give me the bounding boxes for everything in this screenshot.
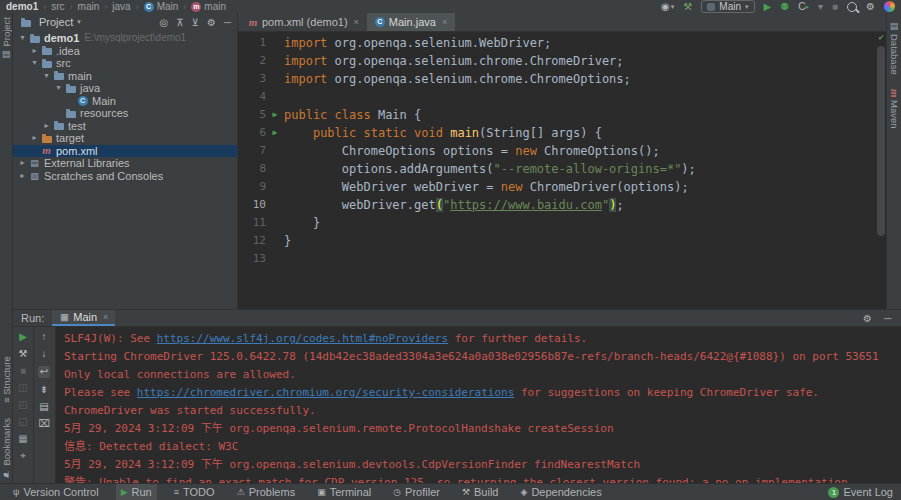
console-link[interactable]: https://www.slf4j.org/codes.html#noProvi… [157,332,448,345]
code-line[interactable]: 1import org.openqa.selenium.WebDriver; [238,34,886,52]
line-number: 1 [238,34,266,52]
console-line: ChromeDriver was started successfully. [64,402,901,420]
stop-button[interactable]: ■ [20,366,26,376]
tool-stripe-structure[interactable]: ≡ Structure [1,356,12,403]
console-line: 5月 29, 2024 3:12:09 下午 org.openqa.seleni… [64,420,901,438]
run-line-icon[interactable]: ▶ [266,124,284,142]
breadcrumb-item-src[interactable]: src [51,1,64,12]
editor-scrollbar[interactable] [877,46,885,236]
tool-stripe-maven[interactable]: m Maven [889,89,900,129]
hide-panel-icon[interactable]: ─ [884,313,891,324]
locate-file-icon[interactable]: ◎ [160,17,169,28]
statusbar-item-terminal[interactable]: ▣Terminal [312,484,376,500]
close-icon[interactable]: × [442,17,447,27]
statusbar-item-run[interactable]: ▶Run [116,484,157,500]
project-panel-title[interactable]: Project ▾ [19,16,81,28]
close-icon[interactable]: × [354,17,359,27]
edit-configuration-button[interactable]: ⚒ [19,349,28,359]
maven-icon: m [40,145,53,156]
memory-snapshot-button[interactable]: ◰ [18,400,27,410]
rerun-button[interactable]: ▶ [19,332,27,342]
pin-tab-button[interactable]: ⌖ [20,451,26,461]
soft-wrap-button[interactable]: ↩ [38,366,50,378]
print-button[interactable]: ▤ [39,402,48,412]
statusbar-item-problems[interactable]: ⚠Problems [232,484,301,500]
tree-item-scratches-and-consoles[interactable]: ▸▧Scratches and Consoles [13,170,237,183]
branch-icon: ψ [13,487,19,497]
settings-gear-button[interactable]: ⚙ [866,1,875,12]
editor-tab-main-java[interactable]: CMain.java× [367,13,455,31]
tree-item-demo1[interactable]: ▾demo1E:\mysqlproject\demo1 [13,32,237,45]
run-button[interactable]: ▶ [764,1,772,12]
ide-badge-button[interactable] [884,1,895,12]
down-stack-trace-button[interactable]: ↓ [42,349,47,359]
expand-all-icon[interactable]: ⊻ [192,17,199,28]
tree-item-pom-xml[interactable]: mpom.xml [13,145,237,158]
panel-settings-icon[interactable]: ⚙ [207,17,216,28]
code-line[interactable]: 4 [238,88,886,106]
restore-layout-button[interactable]: ▦ [18,434,27,444]
stop-button[interactable]: ■ [832,1,838,12]
run-panel-settings-icon[interactable]: ⚙ [863,313,872,324]
statusbar-item-dependencies[interactable]: ◈Dependencies [515,484,606,500]
thread-dump-button[interactable]: ◫ [18,383,27,393]
breadcrumb-item-main[interactable]: CMain [144,1,179,12]
collapse-all-icon[interactable]: ⊼ [176,17,183,28]
code-line[interactable]: 7 ChromeOptions options = new ChromeOpti… [238,142,886,160]
event-log-button[interactable]: 1 Event Log [828,486,893,498]
code-line[interactable]: 12} [238,232,886,250]
clear-all-button[interactable]: ⌧ [38,419,50,429]
code-line[interactable]: 9 WebDriver webDriver = new ChromeDriver… [238,178,886,196]
tree-item-target[interactable]: ▸target [13,132,237,145]
run-line-icon[interactable]: ▶ [266,106,284,124]
statusbar-item-profiler[interactable]: ◷Profiler [388,484,445,500]
console-link[interactable]: https://chromedriver.chromium.org/securi… [137,386,515,399]
code-line[interactable]: 10 webDriver.get("https://www.baidu.com"… [238,196,886,214]
tree-item-main[interactable]: ▾main [13,70,237,83]
tree-item-main[interactable]: CMain [13,95,237,108]
tree-item-src[interactable]: ▾src [13,57,237,70]
run-config-combo[interactable]: Main▾ [701,0,754,13]
editor-tab-pom-xml-demo1[interactable]: mpom.xml (demo1)× [240,13,367,31]
tool-stripe-project[interactable]: ▤ Project [1,17,12,60]
statusbar-item-todo[interactable]: ≡TODO [169,484,220,500]
tree-item-test[interactable]: ▸test [13,120,237,133]
code-line[interactable]: 5▶public class Main { [238,106,886,124]
code-line[interactable]: 2import org.openqa.selenium.chrome.Chrom… [238,52,886,70]
console-line: SLF4J(W): See https://www.slf4j.org/code… [64,330,901,348]
breadcrumb-item-main[interactable]: mmain [191,1,226,12]
breadcrumb-item-java[interactable]: java [112,1,130,12]
scroll-to-end-button[interactable]: ⇟ [40,385,48,395]
run-tab-main[interactable]: ▣ Main × [52,310,115,326]
coverage-button[interactable]: C [798,1,809,12]
breadcrumb-item-demo1[interactable]: demo1 [6,1,38,12]
search-everywhere-button[interactable] [847,2,857,12]
tree-item-java[interactable]: ▾java [13,82,237,95]
more-run-options-button[interactable]: ▾ [818,1,823,12]
project-tree: ▾demo1E:\mysqlproject\demo1▸.idea▾src▾ma… [13,31,237,309]
hide-panel-icon[interactable]: ─ [224,17,231,28]
code-line[interactable]: 3import org.openqa.selenium.chrome.Chrom… [238,70,886,88]
code-line[interactable]: 8 options.addArguments("--remote-allow-o… [238,160,886,178]
tree-item-idea[interactable]: ▸.idea [13,45,237,58]
build-hammer-button[interactable]: ⚒ [683,1,692,12]
code-line[interactable]: 11 } [238,214,886,232]
tool-stripe-label: Maven [889,100,900,129]
coverage-report-button[interactable]: ◱ [18,417,27,427]
user-menu-button[interactable]: ◉▾ [661,1,674,12]
code-line[interactable]: 13 [238,250,886,268]
debug-button[interactable]: ⚉ [780,1,789,12]
tool-stripe-database[interactable]: ▤ Database [889,21,900,75]
close-icon[interactable]: × [103,312,108,322]
statusbar-item-version-control[interactable]: ψVersion Control [8,484,104,500]
tree-item-external-libraries[interactable]: ▸▤External Libraries [13,157,237,170]
statusbar-item-build[interactable]: ⚒Build [457,484,504,500]
tree-item-resources[interactable]: resources [13,107,237,120]
tree-toggle-icon: ▾ [17,32,28,45]
up-stack-trace-button[interactable]: ↑ [42,332,47,342]
console-output[interactable]: SLF4J(W): See https://www.slf4j.org/code… [56,327,901,484]
code-line[interactable]: 6▶ public static void main(String[] args… [238,124,886,142]
code-editor[interactable]: ✔ 1import org.openqa.selenium.WebDriver;… [238,32,886,309]
tool-stripe-bookmarks[interactable]: ⚑ Bookmarks [1,418,12,479]
breadcrumb-item-main[interactable]: main [78,1,100,12]
